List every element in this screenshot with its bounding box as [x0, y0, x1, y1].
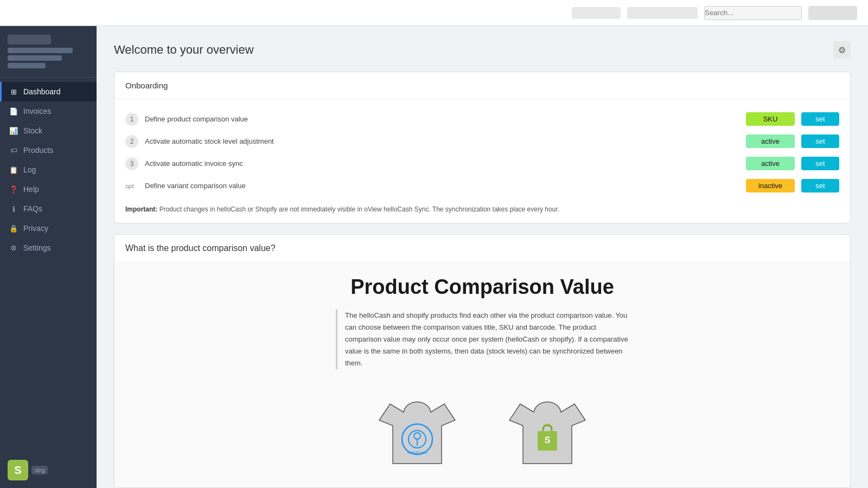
logo-line-1 [8, 48, 73, 53]
onboarding-row: opt.Define variant comparison valueinact… [125, 175, 839, 197]
set-button[interactable]: set [801, 179, 839, 192]
top-bar-view[interactable] [627, 7, 698, 19]
sidebar-item-label: Products [23, 146, 53, 155]
product-comparison-body: Product Comparison Value The helloCash a… [114, 262, 850, 487]
sidebar-item-label: Settings [23, 243, 51, 252]
sidebar-item-label: Privacy [23, 224, 48, 233]
sidebar-bottom: S strg [0, 452, 97, 488]
step-label: Define variant comparison value [145, 182, 739, 190]
logo-line-3 [8, 63, 46, 68]
onboarding-table: 1Define product comparison valueSKUset2A… [125, 108, 839, 197]
top-bar-version [572, 7, 621, 19]
important-text: Product changes in helloCash or Shopify … [159, 206, 559, 213]
product-comparison-title: Product Comparison Value [125, 275, 839, 299]
product-comparison-card: What is the product comparison value? Pr… [114, 234, 851, 488]
dashboard-icon: ⊞ [9, 87, 18, 96]
log-icon: 📋 [9, 165, 18, 174]
svg-text:helloCash: helloCash [407, 450, 427, 455]
sidebar: ⊞ Dashboard 📄 Invoices 📊 Stock 🏷 Product… [0, 26, 97, 488]
sidebar-item-settings[interactable]: ⚙ Settings [0, 238, 97, 258]
onboarding-row: 1Define product comparison valueSKUset [125, 108, 839, 130]
strg-label: strg [31, 466, 48, 474]
step-opt-label: opt. [125, 183, 138, 189]
onboarding-row: 3Activate automatic invoice syncactivese… [125, 152, 839, 175]
step-number: 2 [125, 135, 138, 148]
important-note: Important: Product changes in helloCash … [125, 204, 839, 214]
sidebar-item-label: Dashboard [23, 87, 61, 96]
settings-gear-button[interactable]: ⚙ [833, 41, 851, 59]
layout: ⊞ Dashboard 📄 Invoices 📊 Stock 🏷 Product… [0, 26, 868, 488]
status-badge: active [746, 134, 795, 148]
help-icon: ❓ [9, 185, 18, 194]
logo-line-2 [8, 55, 62, 61]
product-comparison-description: The helloCash and shopify products find … [336, 310, 629, 369]
onboarding-row: 2Activate automatic stock level adjustme… [125, 130, 839, 152]
step-label: Activate automatic invoice sync [145, 159, 739, 168]
onboarding-header: Onboarding [114, 72, 850, 99]
page-header: Welcome to your overview ⚙ [114, 41, 851, 59]
status-badge: inactive [746, 179, 795, 192]
set-button[interactable]: set [801, 134, 839, 148]
sidebar-item-label: FAQs [23, 204, 42, 213]
sidebar-item-faqs[interactable]: ℹ FAQs [0, 199, 97, 219]
products-icon: 🏷 [9, 146, 18, 155]
sidebar-item-label: Stock [23, 126, 42, 135]
onboarding-body: 1Define product comparison valueSKUset2A… [114, 99, 850, 223]
sidebar-item-help[interactable]: ❓ Help [0, 179, 97, 199]
shopify-tshirt: S [504, 388, 591, 474]
step-label: Define product comparison value [145, 115, 739, 123]
page-title: Welcome to your overview [114, 43, 254, 57]
privacy-icon: 🔒 [9, 224, 18, 233]
top-bar [0, 0, 868, 26]
sidebar-item-dashboard[interactable]: ⊞ Dashboard [0, 82, 97, 101]
stock-icon: 📊 [9, 126, 18, 135]
invoices-icon: 📄 [9, 107, 18, 115]
sidebar-item-stock[interactable]: 📊 Stock [0, 121, 97, 140]
sidebar-item-label: Log [23, 165, 36, 174]
important-prefix: Important: [125, 206, 157, 213]
svg-text:S: S [545, 435, 551, 445]
shopify-icon: S [8, 460, 28, 480]
sidebar-logo [0, 26, 97, 78]
onboarding-card: Onboarding 1Define product comparison va… [114, 72, 851, 223]
settings-icon: ⚙ [9, 243, 18, 252]
step-number: 3 [125, 157, 138, 170]
sidebar-item-log[interactable]: 📋 Log [0, 160, 97, 179]
sidebar-item-invoices[interactable]: 📄 Invoices [0, 101, 97, 121]
step-number: 1 [125, 113, 138, 126]
set-button[interactable]: set [801, 157, 839, 170]
status-badge: SKU [746, 112, 795, 126]
logo-box [8, 35, 51, 44]
product-comparison-header: What is the product comparison value? [114, 235, 850, 262]
sidebar-item-label: Invoices [23, 107, 51, 115]
hellocash-tshirt: helloCash [374, 388, 461, 474]
tshirt-illustration-row: helloCash S [125, 382, 839, 474]
step-label: Activate automatic stock level adjustmen… [145, 137, 739, 145]
sidebar-item-privacy[interactable]: 🔒 Privacy [0, 219, 97, 238]
faqs-icon: ℹ [9, 204, 18, 213]
gear-icon: ⚙ [838, 45, 846, 55]
sidebar-item-label: Help [23, 185, 39, 194]
sidebar-item-products[interactable]: 🏷 Products [0, 140, 97, 160]
main-content: Welcome to your overview ⚙ Onboarding 1D… [97, 26, 868, 488]
sidebar-nav: ⊞ Dashboard 📄 Invoices 📊 Stock 🏷 Product… [0, 78, 97, 452]
top-bar-add-btn[interactable] [808, 6, 857, 20]
status-badge: active [746, 157, 795, 170]
set-button[interactable]: set [801, 112, 839, 126]
top-bar-search[interactable] [704, 6, 802, 20]
